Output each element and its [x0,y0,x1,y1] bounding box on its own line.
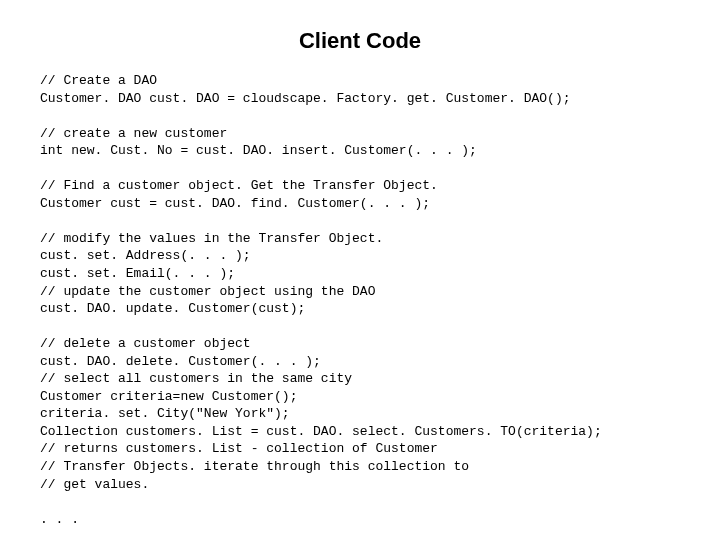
page-title: Client Code [40,28,680,54]
document-page: Client Code // Create a DAO Customer. DA… [0,0,720,540]
code-block: // Create a DAO Customer. DAO cust. DAO … [40,72,680,528]
